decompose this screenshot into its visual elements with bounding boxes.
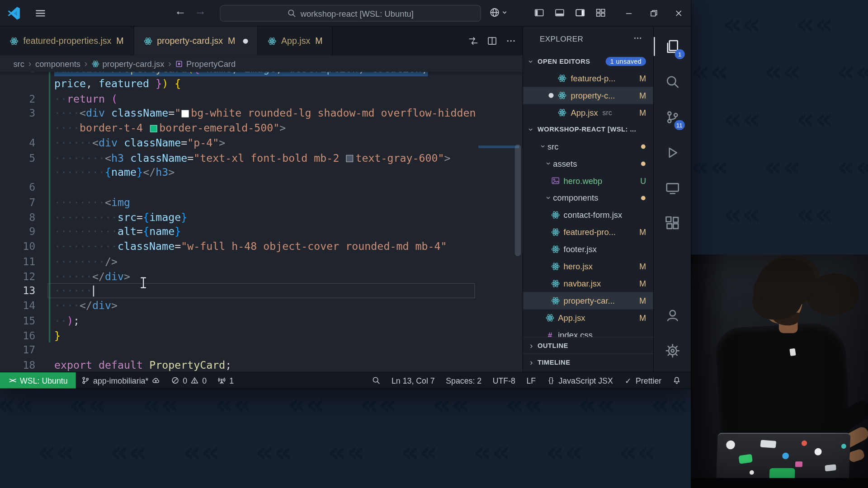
- status-formatter[interactable]: ✓Prettier: [618, 372, 667, 389]
- tree-item-assets[interactable]: ›assets: [523, 155, 653, 172]
- tree-item-App.jsx[interactable]: App.jsxM: [523, 309, 653, 326]
- tree-item-footer.jsx[interactable]: footer.jsx: [523, 241, 653, 258]
- more-actions-icon[interactable]: [633, 34, 642, 43]
- status-notifications[interactable]: [667, 372, 687, 389]
- tree-item-components[interactable]: ›components: [523, 189, 653, 206]
- activity-accounts[interactable]: [654, 298, 691, 333]
- command-center-search[interactable]: workshop-react [WSL: Ubuntu]: [220, 5, 481, 22]
- tree-item-src[interactable]: ›src: [523, 138, 653, 155]
- badge: 1: [675, 49, 685, 59]
- code-line[interactable]: 14····</div>: [0, 298, 523, 313]
- code-line[interactable]: 1function PropertyCard({ name, image, de…: [0, 72, 523, 76]
- code-line[interactable]: 15··);: [0, 313, 523, 328]
- code-line[interactable]: 3····<div className="bg-white rounded-lg…: [0, 106, 523, 121]
- color-swatch-icon: [181, 110, 189, 117]
- customize-layout-icon[interactable]: [596, 8, 606, 18]
- toggle-sidebar-left-icon[interactable]: [534, 8, 544, 18]
- status-git-branch[interactable]: app-imobiliaria*: [76, 372, 165, 389]
- status-text: app-imobiliaria*: [93, 376, 148, 385]
- sidebar-title: EXPLORER: [540, 34, 583, 43]
- code-editor[interactable]: 1function PropertyCard({ name, image, de…: [0, 72, 523, 372]
- minimap[interactable]: [478, 145, 519, 291]
- breadcrumb-item-src[interactable]: src: [13, 59, 24, 68]
- activity-explorer[interactable]: 1: [654, 29, 691, 64]
- tree-item-contact-form.jsx[interactable]: contact-form.jsx: [523, 206, 653, 224]
- code-line[interactable]: 7········<img: [0, 195, 523, 210]
- code-line[interactable]: 8··········src={image}: [0, 209, 523, 224]
- file-label: App.jsx: [558, 313, 585, 323]
- code-line[interactable]: ········{name}</h3>: [0, 165, 523, 180]
- globe-button[interactable]: [489, 7, 507, 18]
- toggle-sidebar-right-icon[interactable]: [575, 8, 585, 18]
- activity-extensions[interactable]: [654, 206, 691, 241]
- activity-run-debug[interactable]: [654, 135, 691, 170]
- tab-property-card.jsx[interactable]: property-card.jsxM: [134, 27, 258, 56]
- minimize-button[interactable]: [616, 0, 641, 27]
- status-indentation[interactable]: Spaces: 2: [440, 372, 487, 389]
- activity-source-control[interactable]: 11: [654, 99, 691, 135]
- code-line[interactable]: 5········<h3 className="text-xl font-bol…: [0, 150, 523, 165]
- code-line[interactable]: 12······</div>: [0, 268, 523, 283]
- code-line[interactable]: 9··········alt={name}: [0, 224, 523, 239]
- restore-button[interactable]: [641, 0, 666, 27]
- open-editor-property-c...[interactable]: property-c...M: [523, 87, 653, 104]
- workspace-header[interactable]: › WORKSHOP-REACT [WSL: ...: [523, 121, 653, 138]
- toggle-panel-icon[interactable]: [555, 8, 565, 18]
- status-ports[interactable]: 1: [212, 372, 239, 389]
- status-problems[interactable]: 00: [165, 372, 212, 389]
- breadcrumb-item-PropertyCard[interactable]: PropertyCard: [175, 59, 236, 68]
- back-arrow-button[interactable]: ←: [173, 5, 188, 18]
- code-text: ····</div>: [54, 298, 118, 313]
- close-button[interactable]: [666, 0, 691, 27]
- code-line[interactable]: 16}: [0, 328, 523, 343]
- activity-remote-explorer[interactable]: [654, 170, 691, 206]
- code-line[interactable]: 6: [0, 180, 523, 195]
- chevron-down-icon: [501, 9, 507, 15]
- open-editors-header[interactable]: › OPEN EDITORS 1 unsaved: [523, 53, 653, 70]
- code-line[interactable]: 11········/>: [0, 254, 523, 269]
- code-line[interactable]: 4······<div className="p-4">: [0, 136, 523, 150]
- status-remote-indicator[interactable]: ><WSL: Ubuntu: [0, 372, 76, 389]
- breadcrumb-item-property-card.jsx[interactable]: property-card.jsx: [91, 59, 164, 68]
- code-line[interactable]: 10··········className="w-full h-48 objec…: [0, 239, 523, 254]
- status-screencast-zoom[interactable]: [367, 372, 386, 389]
- tree-item-index.css[interactable]: #index.css: [523, 326, 653, 337]
- tab-featured-properties.jsx[interactable]: featured-properties.jsxM: [0, 27, 134, 56]
- more-actions-icon[interactable]: [506, 36, 516, 46]
- breadcrumb-item-components[interactable]: components: [35, 59, 80, 68]
- git-gutter-marker: [49, 195, 51, 210]
- code-line[interactable]: 13······: [0, 283, 523, 298]
- section-timeline[interactable]: ›TIMELINE: [523, 353, 653, 370]
- open-changes-icon[interactable]: [468, 36, 478, 46]
- status-language-mode[interactable]: {}JavaScript JSX: [541, 372, 618, 389]
- code-text: ······<div className="p-4">: [54, 136, 225, 150]
- code-text: ········{name}</h3>: [54, 165, 175, 180]
- activity-search[interactable]: [654, 64, 691, 99]
- status-encoding[interactable]: UTF-8: [487, 372, 521, 389]
- code-line[interactable]: 18export default PropertyCard;: [0, 357, 523, 372]
- badge: 11: [674, 120, 685, 130]
- forward-arrow-button[interactable]: →: [193, 5, 208, 18]
- tree-item-property-car...[interactable]: property-car...M: [523, 292, 653, 310]
- status-text: LF: [526, 376, 536, 385]
- menu-icon[interactable]: [34, 8, 47, 19]
- code-line[interactable]: price, featured }) {: [0, 76, 523, 91]
- code-line[interactable]: 17: [0, 343, 523, 357]
- tree-item-hero.webp[interactable]: hero.webpU: [523, 172, 653, 189]
- minimap-line: [478, 225, 519, 228]
- scrollbar-thumb[interactable]: [515, 145, 521, 256]
- open-editor-App.jsx[interactable]: App.jsxsrcM: [523, 104, 653, 121]
- tree-item-navbar.jsx[interactable]: navbar.jsxM: [523, 275, 653, 292]
- tree-item-featured-pro...[interactable]: featured-pro...M: [523, 224, 653, 241]
- open-editor-featured-p...[interactable]: featured-p...M: [523, 70, 653, 87]
- code-line[interactable]: ····border-t-4 border-emerald-500">: [0, 121, 523, 136]
- split-editor-icon[interactable]: [487, 36, 497, 46]
- status-eol[interactable]: LF: [521, 372, 541, 389]
- section-outline[interactable]: ›OUTLINE: [523, 337, 653, 354]
- react-icon: [551, 244, 560, 254]
- tree-item-hero.jsx[interactable]: hero.jsxM: [523, 258, 653, 275]
- status-cursor-position[interactable]: Ln 13, Col 7: [386, 372, 440, 389]
- code-line[interactable]: 2··return (: [0, 91, 523, 106]
- tab-App.jsx[interactable]: App.jsxM: [258, 27, 333, 56]
- activity-settings[interactable]: [654, 333, 691, 368]
